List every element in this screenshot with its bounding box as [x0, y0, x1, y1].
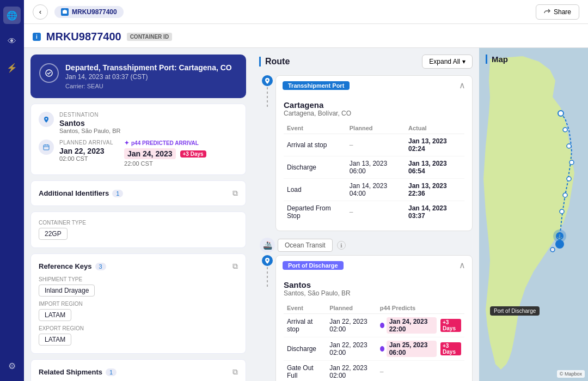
- port-of-discharge-label: Port of Discharge: [490, 306, 540, 316]
- discharge-event-discharge-predicted: Jan 25, 2023 06:00 +3 Days: [377, 337, 464, 361]
- chevron-down-icon: ▾: [462, 58, 465, 65]
- svg-point-13: [563, 193, 567, 197]
- reference-keys-card: Reference Keys 3 ⧉ Shipment Type Inland …: [30, 253, 246, 354]
- share-button[interactable]: Share: [536, 4, 579, 20]
- export-region-value: LATAM: [39, 334, 71, 346]
- svg-point-14: [560, 209, 564, 214]
- predicted-arrival-block: ✦ p44 PREDICTED ARRIVAL Jan 24, 2023 +3 …: [124, 140, 238, 167]
- route-panel: Route Expand All ▾: [253, 48, 479, 381]
- col-planned-header: Planned: [346, 123, 405, 134]
- left-panel: Departed, Transshipment Port: Cartagena,…: [24, 48, 253, 381]
- planned-arrival-block: PLANNED ARRIVAL Jan 22, 2023 02:00 CST: [39, 140, 113, 167]
- plus-days-badge-2: +3 Days: [440, 342, 461, 355]
- predicted-value-row: Jan 24, 2023 +3 Days: [124, 148, 238, 159]
- transshipment-dot: [262, 75, 273, 86]
- left-navigation: 🌐 👁 ⚡ ⚙: [0, 0, 24, 381]
- back-button[interactable]: ‹: [33, 4, 48, 20]
- map-title: Map: [486, 55, 508, 64]
- discharge-stop-content: Port of Discharge ∧ Santos Santos, São P…: [275, 255, 473, 381]
- p44-dot: [380, 323, 384, 328]
- collapse-transshipment-button[interactable]: ∧: [459, 80, 465, 90]
- svg-point-10: [567, 144, 571, 148]
- discharge-tag-row: Port of Discharge ∧: [276, 256, 472, 275]
- svg-rect-1: [64, 10, 66, 11]
- destination-location: Santos, São Paulo, BR: [59, 128, 121, 134]
- planned-arrival-label: PLANNED ARRIVAL: [59, 140, 113, 146]
- transshipment-tag-row: Transshipment Port ∧: [276, 76, 472, 95]
- transshipment-stop-row: Transshipment Port ∧ Cartagena Cartagena…: [259, 75, 473, 235]
- shipment-type-label: Shipment Type: [39, 276, 238, 282]
- expand-all-button[interactable]: Expand All ▾: [422, 55, 473, 69]
- transshipment-events-table: Event Planned Actual Arrival at stop: [284, 123, 464, 223]
- timeline-col-transit: 🚢: [259, 238, 275, 253]
- discharge-event-discharge-planned: Jan 22, 2023 02:00: [326, 337, 377, 361]
- collapse-discharge-button[interactable]: ∧: [459, 260, 465, 270]
- export-region-label: Export Region: [39, 325, 238, 331]
- breadcrumb-text: MRKU9877400: [72, 8, 117, 16]
- top-bar: ‹ MRKU9877400 Share: [24, 0, 588, 24]
- timeline-col-transshipment: [259, 75, 275, 110]
- discharge-events-table: Event Planned p44 Predicts Arrival at st…: [284, 303, 464, 381]
- copy-icon-reference[interactable]: ⧉: [232, 262, 238, 271]
- arrival-row: PLANNED ARRIVAL Jan 22, 2023 02:00 CST ✦…: [39, 140, 238, 167]
- table-row: Arrival at stop Jan 22, 2023 02:00 Jan 2…: [284, 314, 464, 337]
- ocean-transit-label: Ocean Transit: [278, 239, 333, 252]
- svg-point-8: [558, 111, 564, 116]
- related-shipments-count: 1: [106, 368, 117, 376]
- predicted-arrival-date: Jan 24, 2023 22:00: [387, 317, 437, 334]
- ocean-transit-info-icon[interactable]: ℹ: [337, 241, 346, 250]
- discharge-event-gate-label: Gate Out Full: [284, 361, 326, 382]
- status-carrier: Carrier: SEAU: [65, 83, 232, 89]
- import-region-value: LATAM: [39, 309, 71, 321]
- reference-keys-title: Reference Keys: [39, 262, 92, 270]
- svg-point-11: [569, 160, 574, 165]
- status-card: Departed, Transshipment Port: Cartagena,…: [30, 55, 246, 98]
- predicted-delta-badge: +3 Days: [180, 150, 206, 158]
- svg-rect-3: [44, 145, 49, 150]
- page-title: MRKU9877400: [46, 31, 121, 43]
- map-panel: Map: [479, 48, 588, 381]
- related-shipments-card: Related Shipments 1 ⧉: [30, 359, 246, 381]
- related-shipments-title: Related Shipments: [39, 368, 102, 376]
- transit-icon: 🚢: [260, 238, 275, 253]
- predicted-label: ✦ p44 PREDICTED ARRIVAL: [124, 140, 238, 147]
- p44-dot-2: [380, 346, 384, 352]
- nav-icon-bolt[interactable]: ⚡: [3, 59, 21, 76]
- share-label: Share: [554, 8, 571, 16]
- mapbox-attribution: © Mapbox: [557, 370, 585, 378]
- discharge-event-gate-predicted: –: [377, 361, 464, 382]
- copy-icon-identifiers[interactable]: ⧉: [232, 189, 238, 198]
- event-arrival-label: Arrival at stop: [284, 134, 346, 156]
- event-departed-planned: –: [346, 201, 405, 223]
- container-type-card: Container Type 22GP: [30, 211, 246, 248]
- transshipment-stop-content: Transshipment Port ∧ Cartagena Cartagena…: [275, 75, 473, 231]
- event-discharge-planned: Jan 13, 2023 06:00: [346, 156, 405, 179]
- nav-icon-globe[interactable]: 🌐: [3, 7, 21, 24]
- discharge-stop-inner: Santos Santos, São Paulo, BR Event Plann…: [276, 275, 472, 381]
- event-departed-label: Departed From Stop: [284, 201, 346, 223]
- breadcrumb-tag: MRKU9877400: [54, 6, 124, 18]
- transshipment-stop-name: Cartagena: [284, 100, 464, 110]
- table-row: Arrival at stop – Jan 13, 2023 02:24: [284, 134, 464, 156]
- table-row: Departed From Stop – Jan 14, 2023 03:37: [284, 201, 464, 223]
- discharge-event-arrival-predicted: Jan 24, 2023 22:00 +3 Days: [377, 314, 464, 337]
- discharge-stop-location: Santos, São Paulo, BR: [284, 289, 464, 297]
- nav-icon-settings[interactable]: ⚙: [3, 357, 21, 374]
- predicted-discharge-date: Jan 25, 2023 06:00: [387, 341, 437, 357]
- predicted-arrival-value: Jan 24, 2023: [124, 148, 176, 159]
- predicted-cell: Jan 24, 2023 22:00 +3 Days: [380, 317, 461, 334]
- col-planned-header-d: Planned: [326, 303, 377, 314]
- route-timeline: Transshipment Port ∧ Cartagena Cartagena…: [259, 75, 473, 381]
- col-actual-header: Actual: [405, 123, 464, 134]
- discharge-dot: [262, 255, 273, 266]
- planned-arrival-value: Jan 22, 2023: [59, 147, 113, 155]
- event-load-planned: Jan 14, 2023 04:00: [346, 179, 405, 201]
- shipment-type-field: Shipment Type Inland Drayage: [39, 276, 238, 297]
- container-id-badge: i: [33, 33, 41, 41]
- container-type-badge: CONTAINER ID: [127, 33, 172, 41]
- discharge-event-discharge-label: Discharge: [284, 337, 326, 361]
- col-event-header: Event: [284, 123, 346, 134]
- copy-icon-related[interactable]: ⧉: [232, 367, 238, 377]
- nav-icon-eye[interactable]: 👁: [3, 33, 21, 50]
- svg-point-12: [567, 177, 571, 181]
